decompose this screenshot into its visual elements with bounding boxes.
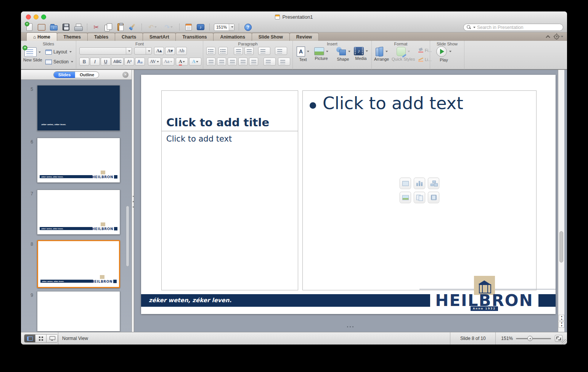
insert-table-button[interactable] — [400, 178, 411, 189]
show-formatting-button[interactable] — [184, 23, 193, 32]
zoom-slider-thumb[interactable] — [527, 336, 533, 341]
strikethrough-button[interactable]: ABC — [111, 58, 124, 66]
new-presentation-button[interactable] — [25, 23, 34, 32]
slide-thumbnail-9[interactable] — [37, 291, 120, 332]
slideshow-view-button[interactable] — [47, 335, 58, 342]
tab-review[interactable]: Review — [289, 33, 319, 41]
save-button[interactable] — [61, 23, 71, 32]
underline-button[interactable]: U — [101, 58, 111, 66]
zoom-slider[interactable] — [516, 335, 551, 342]
tab-smartart[interactable]: SmartArt — [143, 33, 176, 41]
slides-tab-button[interactable]: Slides — [54, 72, 75, 78]
columns-button[interactable] — [275, 47, 287, 55]
cut-button[interactable]: ✂ — [92, 23, 101, 32]
new-from-template-button[interactable] — [37, 23, 46, 32]
font-color-button[interactable]: A — [176, 58, 188, 66]
next-slide-button[interactable]: ▼▼ — [559, 322, 564, 328]
search-input[interactable] — [477, 25, 560, 30]
shrink-font-button[interactable]: A▾ — [165, 47, 175, 55]
panel-scrollbar-thumb[interactable] — [126, 206, 129, 267]
fit-slide-to-window-button[interactable] — [555, 335, 562, 342]
collapse-ribbon-icon[interactable] — [546, 35, 550, 39]
character-spacing-button[interactable]: AV — [148, 58, 161, 66]
undo-button[interactable]: ↶ — [146, 23, 159, 32]
format-painter-button[interactable] — [128, 23, 137, 32]
section-button[interactable]: Section — [45, 59, 73, 64]
new-slide-button[interactable]: New Slide — [23, 47, 42, 62]
grow-font-button[interactable]: A▴ — [154, 47, 164, 55]
copy-button[interactable] — [104, 23, 113, 32]
slide-thumbnail-8-selected[interactable]: zéker weten, zéker leven.HEILBRON — [37, 240, 120, 288]
line-color-button[interactable]: Li... — [418, 57, 432, 62]
tab-tables[interactable]: Tables — [87, 33, 115, 41]
print-button[interactable] — [74, 23, 83, 32]
insert-smartart-button[interactable] — [428, 178, 439, 189]
slide-sorter-view-button[interactable] — [35, 335, 47, 342]
text-effects-button[interactable]: A — [189, 58, 201, 66]
align-center-button[interactable] — [217, 58, 226, 66]
insert-picture-button[interactable] — [400, 192, 411, 203]
slide-thumbnail-7[interactable]: zéker weten, zéker leven.HEILBRON — [37, 190, 120, 235]
outline-tab-button[interactable]: Outline — [75, 72, 99, 78]
tab-charts[interactable]: Charts — [115, 33, 143, 41]
font-size-select[interactable] — [134, 47, 152, 55]
search-scope-dropdown-icon[interactable] — [473, 27, 476, 28]
insert-movie-button[interactable] — [428, 192, 439, 203]
insert-chart-button[interactable] — [414, 178, 425, 189]
font-name-dropdown[interactable] — [126, 48, 132, 54]
clear-formatting-button[interactable]: Ab — [176, 47, 187, 55]
window-resize-grip[interactable] — [562, 339, 567, 345]
normal-view-button[interactable] — [24, 335, 35, 342]
vertical-scrollbar[interactable]: ▲▲ ▼▼ — [558, 70, 564, 332]
insert-picture-button[interactable]: Picture — [314, 47, 328, 61]
tab-animations[interactable]: Animations — [213, 33, 252, 41]
media-browser-button[interactable]: ♪ — [196, 23, 205, 32]
change-case-button[interactable]: Aa — [162, 58, 174, 66]
slide-thumbnail-5[interactable]: zéker weten, zéker leven. — [37, 85, 120, 131]
align-right-button[interactable] — [228, 58, 237, 66]
insert-clipart-button[interactable] — [414, 192, 425, 203]
align-left-button[interactable] — [206, 58, 215, 66]
italic-button[interactable]: I — [90, 58, 100, 66]
panel-splitter[interactable] — [132, 70, 134, 332]
insert-shape-button[interactable]: Shape — [336, 47, 350, 61]
tab-themes[interactable]: Themes — [57, 33, 88, 41]
previous-slide-button[interactable]: ▲▲ — [559, 315, 564, 321]
zoom-select[interactable]: 151% — [214, 24, 235, 31]
ribbon-settings-button[interactable] — [554, 34, 563, 39]
tab-slide-show[interactable]: Slide Show — [252, 33, 290, 41]
title-placeholder[interactable]: Click to add title Click to add text — [161, 90, 298, 290]
paste-button[interactable] — [116, 23, 125, 32]
text-direction-button[interactable] — [263, 58, 276, 66]
decrease-indent-button[interactable] — [234, 47, 243, 55]
bold-button[interactable]: B — [79, 58, 89, 66]
increase-indent-button[interactable] — [244, 47, 254, 55]
superscript-button[interactable]: A² — [124, 58, 134, 66]
justify-button[interactable] — [238, 58, 247, 66]
font-name-select[interactable] — [79, 47, 132, 55]
numbering-button[interactable] — [218, 47, 228, 55]
arrange-button[interactable]: Arrange — [374, 47, 389, 61]
subscript-button[interactable]: A₂ — [135, 58, 145, 66]
bullets-button[interactable] — [206, 47, 215, 55]
open-button[interactable] — [49, 23, 58, 32]
line-spacing-button[interactable] — [258, 47, 270, 55]
distribute-text-button[interactable] — [249, 58, 258, 66]
content-placeholder[interactable]: Click to add text — [302, 90, 537, 290]
font-size-dropdown[interactable] — [146, 48, 151, 54]
layout-button[interactable]: Layout — [45, 49, 72, 55]
search-field[interactable] — [463, 24, 563, 31]
tab-home[interactable]: ⌂Home — [26, 32, 57, 41]
close-panel-button[interactable]: × — [122, 72, 129, 78]
help-button[interactable]: ? — [243, 23, 252, 32]
canvas-drag-handle-icon[interactable] — [347, 326, 355, 328]
zoom-dropdown[interactable] — [229, 24, 234, 31]
slide-thumbnail-6[interactable]: zéker weten, zéker leven.HEILBRON — [37, 138, 120, 183]
insert-media-button[interactable]: ♪ Media — [354, 47, 368, 61]
scrollbar-thumb[interactable] — [559, 231, 563, 262]
redo-button[interactable]: ↷ — [162, 23, 175, 32]
slide-editing-surface[interactable]: Click to add title Click to add text Cli… — [141, 75, 556, 314]
quick-styles-button[interactable]: Quick Styles — [392, 47, 415, 61]
play-slideshow-button[interactable]: Play — [436, 46, 451, 62]
insert-text-button[interactable]: A Text — [297, 47, 309, 62]
